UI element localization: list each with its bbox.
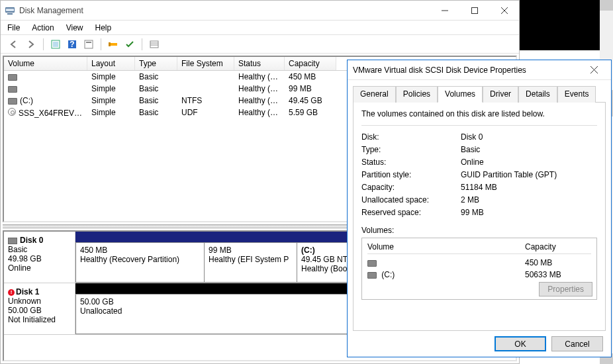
col-fs[interactable]: File System (177, 57, 234, 70)
dialog-buttons: OK Cancel (348, 331, 611, 357)
vol-cap: 99 MB (285, 84, 336, 93)
minimize-button[interactable] (430, 1, 459, 21)
volumes-box: Volume Capacity 450 MB (C:)50633 MB Prop… (361, 238, 597, 300)
vol-status: Healthy (P… (234, 108, 285, 117)
divider (361, 125, 597, 126)
col-type[interactable]: Type (135, 57, 177, 70)
volumes-label: Volumes: (361, 226, 597, 235)
svg-rect-14 (109, 42, 111, 46)
cancel-button[interactable]: Cancel (551, 336, 603, 351)
disk-header: Disk 0Basic49.98 GBOnline (4, 232, 75, 283)
check-icon[interactable] (122, 37, 137, 52)
vol-cap: 450 MB (285, 72, 336, 81)
vol-cap: 49.45 GB (285, 96, 336, 105)
tab-general[interactable]: General (353, 86, 396, 103)
scroll-up-icon[interactable] (600, 0, 613, 11)
drive-icon (8, 74, 17, 81)
help-icon[interactable]: ? (65, 37, 79, 52)
dialog-title: VMware Virtual disk SCSI Disk Device Pro… (353, 66, 526, 75)
app-icon (5, 5, 15, 16)
vol-type: Basic (135, 72, 177, 81)
ok-button[interactable]: OK (495, 336, 546, 351)
vol-name: (C:) (20, 96, 33, 105)
vol-type: Basic (135, 84, 177, 93)
col-layout[interactable]: Layout (87, 57, 135, 70)
toolbar: ? (1, 35, 519, 54)
titlebar[interactable]: Disk Management (1, 1, 519, 21)
refresh-icon[interactable] (48, 37, 63, 52)
volhead-volume: Volume (367, 242, 525, 251)
vol-fs: NTFS (177, 96, 234, 105)
list-icon[interactable] (147, 37, 162, 52)
tab-intro-text: The volumes contained on this disk are l… (361, 109, 597, 118)
tab-policies[interactable]: Policies (396, 86, 438, 103)
volume-properties-button[interactable]: Properties (539, 282, 592, 296)
vol-type: Basic (135, 108, 177, 117)
vol-cap: 5.59 GB (285, 108, 336, 117)
svg-rect-8 (53, 42, 58, 47)
col-volume[interactable]: Volume (4, 57, 87, 70)
vol-status: Healthy (E… (234, 84, 285, 93)
tab-driver[interactable]: Driver (483, 86, 518, 103)
properties-icon[interactable] (81, 37, 96, 52)
tab-volumes[interactable]: Volumes (438, 86, 483, 103)
col-capacity[interactable]: Capacity (285, 57, 336, 70)
vol-layout: Simple (87, 96, 135, 105)
volhead-capacity: Capacity (525, 242, 591, 251)
dialog-tab-volumes: The volumes contained on this disk are l… (353, 102, 606, 331)
drive-icon (8, 86, 17, 93)
col-status[interactable]: Status (234, 57, 285, 70)
property-row: Unallocated space:2 MB (361, 195, 597, 205)
property-row: Type:Basic (361, 145, 597, 154)
tab-events[interactable]: Events (557, 86, 596, 103)
dialog-titlebar[interactable]: VMware Virtual disk SCSI Disk Device Pro… (348, 60, 611, 80)
property-row: Reserved space:99 MB (361, 208, 597, 217)
svg-rect-11 (85, 40, 93, 48)
svg-text:?: ? (70, 40, 74, 49)
vol-type: Basic (135, 96, 177, 105)
menu-action[interactable]: Action (32, 23, 54, 32)
forward-button[interactable] (24, 37, 38, 52)
property-row: Status:Online (361, 158, 597, 167)
dialog-volume-row[interactable]: (C:)50633 MB (367, 269, 591, 281)
vol-name: SSS_X64FREV_EN-… (19, 109, 87, 118)
svg-rect-15 (150, 41, 158, 48)
window-title: Disk Management (19, 6, 83, 15)
vol-status: Healthy (R… (234, 72, 285, 81)
vol-layout: Simple (87, 108, 135, 117)
drive-icon (367, 272, 377, 279)
property-row: Partition style:GUID Partition Table (GP… (361, 170, 597, 179)
disk-icon (8, 238, 17, 244)
settings-icon[interactable] (106, 37, 120, 52)
back-button[interactable] (7, 37, 22, 52)
error-icon: ! (8, 289, 15, 296)
drive-icon (8, 98, 17, 105)
svg-rect-2 (7, 13, 13, 15)
vol-fs: UDF (177, 108, 234, 117)
cd-icon (8, 108, 16, 116)
menu-help[interactable]: Help (95, 23, 112, 32)
partition[interactable]: 450 MBHealthy (Recovery Partition) (75, 242, 205, 283)
drive-icon (367, 260, 377, 267)
background-black-region (520, 0, 600, 50)
property-row: Capacity:51184 MB (361, 183, 597, 192)
menubar: File Action View Help (1, 21, 519, 35)
disk-header: !Disk 1Unknown50.00 GBNot Initialized (4, 283, 75, 334)
svg-rect-4 (471, 7, 477, 13)
menu-file[interactable]: File (7, 23, 20, 32)
svg-rect-1 (6, 9, 14, 11)
dialog-volume-row[interactable]: 450 MB (367, 257, 591, 269)
close-button[interactable] (489, 1, 519, 21)
partition[interactable]: 99 MBHealthy (EFI System P (205, 242, 297, 283)
vol-layout: Simple (87, 84, 135, 93)
dialog-tabs: GeneralPoliciesVolumesDriverDetailsEvent… (348, 80, 611, 102)
menu-view[interactable]: View (66, 23, 83, 32)
vol-status: Healthy (B… (234, 96, 285, 105)
disk-properties-dialog: VMware Virtual disk SCSI Disk Device Pro… (347, 60, 612, 357)
svg-rect-12 (86, 42, 91, 43)
property-row: Disk:Disk 0 (361, 132, 597, 142)
maximize-button[interactable] (459, 1, 489, 21)
dialog-close-button[interactable] (582, 62, 606, 78)
vol-layout: Simple (87, 72, 135, 81)
tab-details[interactable]: Details (518, 86, 557, 103)
